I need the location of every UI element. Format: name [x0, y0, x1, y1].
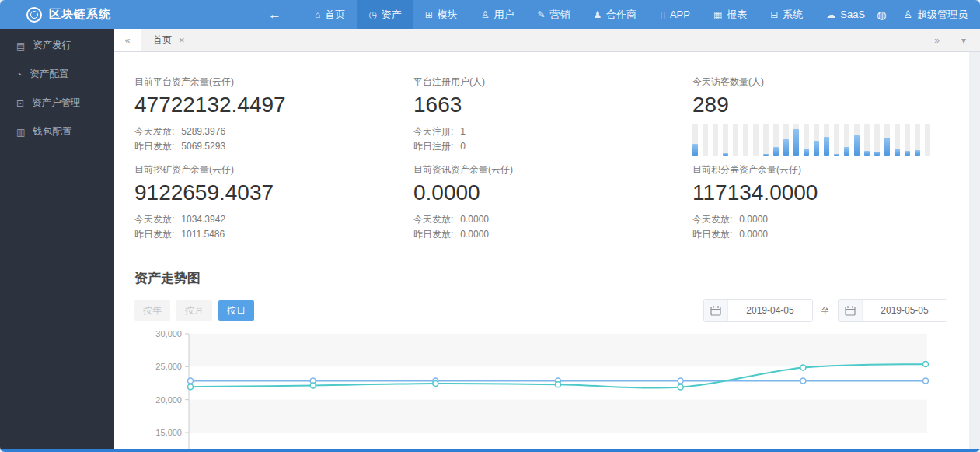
stat-value: 117134.0000 [692, 180, 969, 205]
nav-item-partners[interactable]: ♟合作商 [582, 0, 649, 29]
visitor-bar [804, 124, 809, 156]
trend-section-title: 资产走势图 [134, 269, 969, 287]
visitor-mini-bar-chart [692, 124, 969, 156]
calendar-icon[interactable] [839, 300, 863, 321]
globe-icon[interactable]: ◍ [877, 9, 886, 21]
trend-line-chart: 30,00025,00020,00015,000 [114, 331, 969, 449]
back-arrow-icon[interactable]: ← [268, 7, 281, 23]
trend-toolbar: 按年 按月 按日 至 [134, 299, 947, 322]
stat-sub-row: 昨日发放:1011.5486 [134, 227, 413, 242]
tab-home[interactable]: 首页 × [141, 29, 197, 51]
date-range-picker: 至 [703, 299, 947, 322]
stat-label: 目前平台资产余量(云仔) [134, 75, 413, 89]
scrollbar-track[interactable] [969, 52, 980, 449]
date-to-input[interactable] [863, 300, 947, 321]
cloud-icon: ☁ [826, 9, 835, 20]
visitor-bar [763, 124, 769, 156]
wallet-icon: ▥ [16, 127, 25, 138]
visitor-bar [844, 124, 849, 156]
people-icon: ♟ [594, 9, 602, 20]
tabs-menu-caret-icon[interactable]: ▾ [961, 35, 966, 46]
sidebar-item-wallet-config[interactable]: ▥钱包配置 [0, 117, 114, 146]
stat-sub-row: 今天发放:1034.3942 [134, 212, 413, 227]
stat-card-news-balance: 目前资讯资产余量(云仔) 0.0000 今天发放:0.0000 昨日发放:0.0… [413, 163, 692, 251]
range-button-year[interactable]: 按年 [134, 300, 170, 321]
nav-item-reports[interactable]: ▦报表 [702, 0, 759, 29]
nav-item-users[interactable]: ♙用户 [469, 0, 526, 29]
visitor-bar [834, 124, 839, 156]
stat-sub-row: 今天注册:1 [413, 124, 692, 139]
tab-bar: « 首页 × » ▾ [114, 29, 980, 52]
tab-close-icon[interactable]: × [179, 34, 185, 46]
visitor-bar [783, 124, 789, 156]
nav-item-home[interactable]: ⌂首页 [303, 0, 357, 29]
date-range-separator: 至 [821, 304, 830, 317]
stat-card-registered-users: 平台注册用户(人) 1663 今天注册:1 昨日注册:0 [413, 75, 692, 163]
user-menu[interactable]: ♙ 超级管理员 [903, 8, 968, 22]
stat-card-platform-balance: 目前平台资产余量(云仔) 47722132.4497 今天发放:5289.397… [134, 75, 413, 163]
svg-text:20,000: 20,000 [155, 395, 182, 405]
date-from-input[interactable] [728, 300, 812, 321]
app-logo-icon [26, 7, 42, 23]
top-nav-right: ◍ ♙ 超级管理员 [877, 8, 980, 22]
stat-card-mining-balance: 目前挖矿资产余量(云仔) 9122659.4037 今天发放:1034.3942… [134, 163, 413, 251]
asset-config-icon: ◔ [16, 69, 22, 80]
app-title: 区块链系统 [49, 7, 111, 22]
stat-value: 9122659.4037 [134, 180, 413, 205]
trend-chart-area: 30,00025,00020,00015,000 [114, 331, 969, 449]
nav-item-marketing[interactable]: ✎营销 [525, 0, 581, 29]
stat-sub-row: 昨日注册:0 [413, 139, 692, 154]
user-name: 超级管理员 [917, 8, 968, 22]
stat-sub-row: 今天发放:5289.3976 [134, 124, 413, 139]
sidebar-item-asset-account[interactable]: ⊡资产户管理 [0, 89, 114, 117]
stat-sub-row: 昨日发放:0.0000 [413, 227, 692, 242]
tabs-scroll-right-button[interactable]: » [934, 35, 940, 46]
nav-item-assets[interactable]: ◷资产 [357, 0, 413, 29]
visitor-bar [874, 124, 880, 156]
range-button-day[interactable]: 按日 [218, 300, 254, 321]
visitor-bar [743, 124, 748, 156]
svg-text:30,000: 30,000 [155, 331, 182, 338]
stat-label: 目前挖矿资产余量(云仔) [134, 163, 413, 177]
sidebar-item-asset-config[interactable]: ◔资产配置 [0, 60, 114, 89]
brand[interactable]: 区块链系统 [0, 7, 163, 23]
nav-item-label: 资产 [382, 8, 402, 22]
main-content: 目前平台资产余量(云仔) 47722132.4497 今天发放:5289.397… [114, 52, 969, 449]
stat-value: 289 [692, 93, 969, 117]
person-icon: ♙ [481, 9, 490, 20]
stat-label: 今天访客数量(人) [692, 75, 969, 89]
tabs-scroll-left-button[interactable]: « [114, 29, 141, 51]
visitor-bar [824, 124, 829, 156]
nav-item-label: 合作商 [606, 8, 636, 22]
svg-text:15,000: 15,000 [155, 428, 182, 437]
stat-value: 1663 [413, 93, 692, 117]
nav-item-label: 模块 [438, 8, 458, 22]
sidebar-item-label: 资产发行 [33, 39, 71, 52]
app-window: 区块链系统 ← ⌂首页 ◷资产 ⊞模块 ♙用户 ✎营销 ♟合作商 ▯APP ▦报… [0, 0, 980, 452]
asset-issue-icon: ▤ [16, 40, 25, 51]
calendar-icon[interactable] [704, 300, 728, 321]
top-nav-menu: ⌂首页 ◷资产 ⊞模块 ♙用户 ✎营销 ♟合作商 ▯APP ▦报表 ⊟系统 ☁S… [303, 0, 877, 29]
stat-value: 0.0000 [413, 180, 692, 205]
stat-value: 47722132.4497 [134, 93, 413, 117]
top-nav: 区块链系统 ← ⌂首页 ◷资产 ⊞模块 ♙用户 ✎营销 ♟合作商 ▯APP ▦报… [0, 0, 980, 29]
stat-sub-row: 今天发放:0.0000 [413, 212, 692, 227]
range-button-month[interactable]: 按月 [176, 300, 212, 321]
visitor-bar [793, 124, 799, 156]
nav-item-app[interactable]: ▯APP [648, 0, 702, 29]
stat-label: 目前资讯资产余量(云仔) [413, 163, 692, 177]
tab-label: 首页 [153, 33, 172, 47]
sidebar-item-asset-issue[interactable]: ▤资产发行 [0, 31, 114, 60]
nav-item-system[interactable]: ⊟系统 [759, 0, 814, 29]
nav-item-modules[interactable]: ⊞模块 [413, 0, 469, 29]
sidebar-item-label: 资产配置 [30, 68, 68, 81]
stat-label: 目前积分券资产余量(云仔) [692, 163, 969, 177]
date-to-group [838, 299, 947, 322]
visitor-bar [733, 124, 738, 156]
visitor-bar [814, 124, 819, 156]
nav-item-saas[interactable]: ☁SaaS [814, 0, 877, 29]
asset-account-icon: ⊡ [16, 98, 24, 109]
nav-item-label: 营销 [550, 8, 570, 22]
visitor-bar [864, 124, 870, 156]
date-from-group [703, 299, 813, 322]
